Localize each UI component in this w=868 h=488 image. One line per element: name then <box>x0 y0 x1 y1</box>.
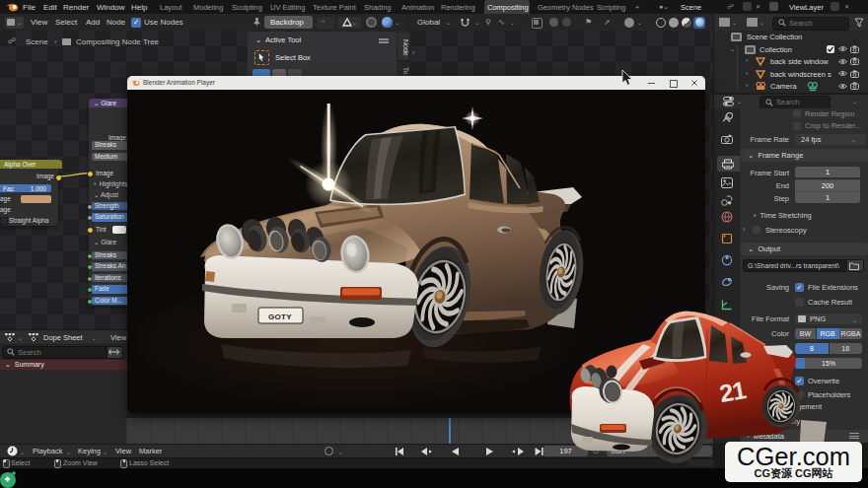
svg-text:GOTY: GOTY <box>268 313 292 321</box>
